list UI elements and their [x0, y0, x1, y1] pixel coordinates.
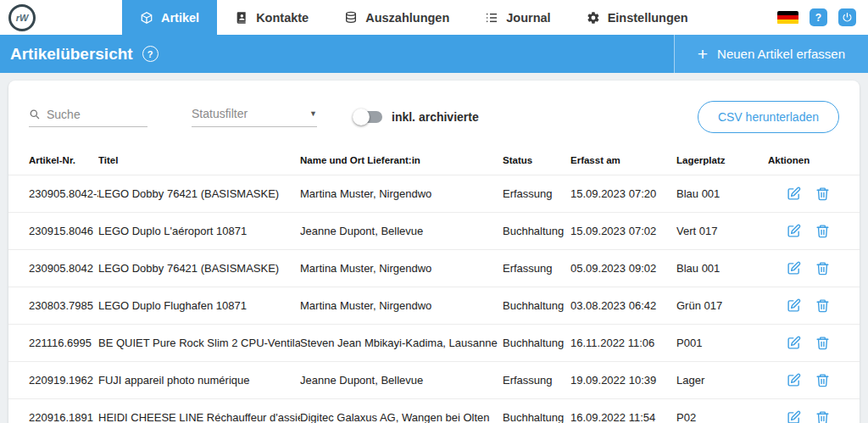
- edit-article-button[interactable]: [787, 373, 801, 387]
- cell-artikel-nr: 230915.8046: [8, 213, 98, 250]
- tab-einstellungen[interactable]: Einstellungen: [569, 0, 706, 35]
- cell-artikel-nr: 220916.1891: [8, 399, 98, 423]
- new-article-label: Neuen Artikel erfassen: [717, 47, 845, 61]
- search-icon: [29, 109, 41, 120]
- cell-aktionen: [768, 325, 860, 362]
- tab-journal[interactable]: Journal: [467, 0, 568, 35]
- edit-article-button[interactable]: [787, 298, 801, 313]
- tab-artikel[interactable]: Artikel: [122, 0, 217, 35]
- logo-text: rW: [16, 13, 29, 23]
- col-lagerplatz: Lagerplatz: [676, 143, 768, 175]
- filter-row: Statusfilter ▼ inkl. archivierte CSV her…: [8, 81, 860, 143]
- delete-article-button[interactable]: [815, 261, 830, 276]
- cell-aktionen: [768, 250, 860, 287]
- cell-lieferant: Jeanne Dupont, Bellevue: [300, 362, 503, 399]
- table-row: 230905.8042-3 LEGO Dobby 76421 (BASISMAS…: [8, 175, 860, 213]
- trash-icon: [815, 373, 830, 387]
- cell-status: Erfassung: [503, 250, 570, 287]
- cell-aktionen: [768, 399, 860, 423]
- edit-article-button[interactable]: [787, 336, 801, 350]
- cell-artikel-nr: 220919.1962: [8, 362, 98, 399]
- title-help-icon[interactable]: ?: [142, 46, 159, 62]
- cell-lagerplatz: P02: [676, 399, 768, 423]
- app-logo[interactable]: rW: [8, 4, 36, 31]
- logout-button[interactable]: [838, 8, 856, 26]
- tab-auszahlungen[interactable]: Auszahlungen: [326, 0, 467, 35]
- cell-artikel-nr: 230905.8042-3: [8, 175, 98, 213]
- trash-icon: [815, 336, 830, 350]
- cell-titel: LEGO Duplo L'aéroport 10871: [98, 213, 300, 250]
- help-button[interactable]: ?: [810, 8, 827, 26]
- table-row: 220919.1962 FUJI appareil photo numériqu…: [8, 362, 860, 399]
- trash-icon: [815, 186, 830, 201]
- coins-icon: [344, 11, 358, 25]
- tab-label: Auszahlungen: [365, 11, 449, 25]
- cell-lieferant: Martina Muster, Nirgendwo: [300, 250, 503, 287]
- col-artikel-nr: Artikel-Nr.: [8, 143, 98, 175]
- edit-pencil-icon: [787, 373, 801, 387]
- table-header-row: Artikel-Nr. Titel Name und Ort Lieferant…: [8, 143, 860, 175]
- cell-artikel-nr: 230803.7985: [8, 287, 98, 325]
- topnav-right: ?: [777, 0, 868, 35]
- edit-article-button[interactable]: [787, 186, 801, 201]
- status-filter-select[interactable]: Statusfilter ▼: [192, 107, 317, 127]
- col-status: Status: [503, 143, 570, 175]
- delete-article-button[interactable]: [815, 224, 830, 238]
- edit-article-button[interactable]: [787, 410, 801, 423]
- col-aktionen: Aktionen: [768, 143, 860, 175]
- top-navigation: rW Artikel Kontakte Auszahlungen Journal: [0, 0, 868, 35]
- package-icon: [140, 11, 153, 25]
- trash-icon: [815, 410, 830, 423]
- search-input[interactable]: [47, 108, 147, 121]
- tab-label: Artikel: [161, 11, 199, 25]
- delete-article-button[interactable]: [815, 410, 830, 423]
- tab-kontakte[interactable]: Kontakte: [217, 0, 326, 35]
- cell-erfasst-am: 19.09.2022 10:39: [570, 362, 676, 399]
- article-list-card: Statusfilter ▼ inkl. archivierte CSV her…: [8, 81, 860, 423]
- new-article-button[interactable]: + Neuen Artikel erfassen: [674, 35, 868, 73]
- edit-article-button[interactable]: [787, 261, 801, 276]
- page-header: Artikelübersicht ? + Neuen Artikel erfas…: [0, 35, 868, 73]
- edit-pencil-icon: [787, 261, 801, 276]
- trash-icon: [815, 261, 830, 276]
- cell-lieferant: Martina Muster, Nirgendwo: [300, 287, 503, 325]
- cell-lagerplatz: Blau 001: [676, 250, 768, 287]
- cell-titel: LEGO Dobby 76421 (BASISMASKE): [98, 250, 300, 287]
- table-body: 230905.8042-3 LEGO Dobby 76421 (BASISMAS…: [8, 175, 860, 423]
- archived-toggle-wrap: inkl. archivierte: [354, 110, 479, 124]
- delete-article-button[interactable]: [815, 336, 830, 350]
- cell-lagerplatz: Lager: [676, 362, 768, 399]
- cell-aktionen: [768, 362, 860, 399]
- trash-icon: [815, 298, 830, 313]
- page-title: Artikelübersicht: [10, 45, 133, 64]
- cell-titel: BE QUIET Pure Rock Slim 2 CPU-Ventilateu…: [98, 325, 300, 362]
- cell-status: Erfassung: [503, 175, 570, 213]
- german-flag-language-switch[interactable]: [777, 11, 798, 25]
- table-row: 230803.7985 LEGO Duplo Flughafen 10871 M…: [8, 287, 860, 325]
- delete-article-button[interactable]: [815, 186, 830, 201]
- plus-icon: +: [698, 45, 708, 63]
- nav-tabs: Artikel Kontakte Auszahlungen Journal Ei…: [122, 0, 706, 35]
- cell-lagerplatz: P001: [676, 325, 768, 362]
- cell-lagerplatz: Vert 017: [676, 213, 768, 250]
- edit-pencil-icon: [787, 224, 801, 238]
- archived-toggle[interactable]: [354, 111, 382, 123]
- delete-article-button[interactable]: [815, 298, 830, 313]
- cell-artikel-nr: 221116.6995: [8, 325, 98, 362]
- edit-article-button[interactable]: [787, 224, 801, 238]
- edit-pencil-icon: [787, 298, 801, 313]
- csv-download-button[interactable]: CSV herunterladen: [698, 101, 839, 133]
- chevron-down-icon: ▼: [309, 109, 317, 118]
- delete-article-button[interactable]: [815, 373, 830, 387]
- cell-erfasst-am: 16.11.2022 11:06: [570, 325, 676, 362]
- cell-aktionen: [768, 213, 860, 250]
- cell-titel: LEGO Dobby 76421 (BASISMASKE): [98, 175, 300, 213]
- cell-status: Buchhaltung: [503, 213, 570, 250]
- edit-pencil-icon: [787, 186, 801, 201]
- cell-lieferant: Martina Muster, Nirgendwo: [300, 175, 503, 213]
- cell-aktionen: [768, 287, 860, 325]
- cell-titel: HEIDI CHEESE LINE Réchauffeur d'assiette…: [98, 399, 300, 423]
- cell-lagerplatz: Blau 001: [676, 175, 768, 213]
- cell-status: Buchhaltung: [503, 325, 570, 362]
- journal-list-icon: [485, 11, 498, 25]
